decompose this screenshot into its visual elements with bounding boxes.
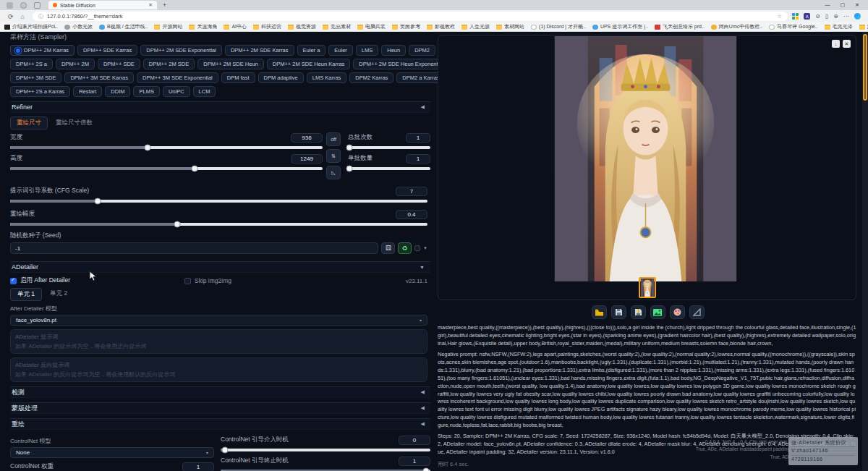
- url-text[interactable]: 127.0.0.1:7860/?__theme=dark: [47, 13, 777, 20]
- sampler-option[interactable]: DPM++ SDE Karras: [77, 45, 137, 56]
- send-to-img2img-button[interactable]: [650, 305, 665, 319]
- extra-seed-checkbox[interactable]: [414, 245, 420, 251]
- sampler-option[interactable]: PLMS: [133, 86, 159, 97]
- favorite-star-icon[interactable]: ☆: [777, 13, 782, 20]
- bookmark-item[interactable]: 马赛琴评 Google..: [769, 23, 817, 30]
- bookmark-item[interactable]: 游戏资源: [859, 23, 868, 30]
- bookmark-item[interactable]: 影视教程: [427, 23, 455, 30]
- sampler-option[interactable]: DPM++ 3M SDE Karras: [64, 72, 134, 83]
- sampler-option[interactable]: DPM2 Karras: [349, 72, 393, 83]
- sampler-option[interactable]: Heun: [381, 45, 406, 56]
- sampler-option[interactable]: Euler: [328, 45, 353, 56]
- batch-size-track[interactable]: [348, 167, 430, 170]
- controlnet-end-input[interactable]: 1: [399, 457, 430, 466]
- split-screen-icon[interactable]: ▯: [825, 13, 828, 20]
- width-slider-track[interactable]: [10, 146, 323, 149]
- save-zip-button[interactable]: [631, 305, 646, 319]
- cfg-value-input[interactable]: 7: [396, 187, 427, 196]
- vertical-tabs-icon[interactable]: [34, 2, 41, 9]
- controlnet-start-track[interactable]: [221, 449, 430, 451]
- sampler-option[interactable]: DPM adaptive: [258, 72, 304, 83]
- denoise-slider-track[interactable]: [10, 223, 427, 226]
- open-folder-button[interactable]: [592, 305, 607, 319]
- send-to-inpaint-button[interactable]: [670, 305, 685, 319]
- shield-icon[interactable]: ⊘: [815, 13, 820, 20]
- sampler-option[interactable]: DPM++ 2M Karras: [10, 45, 75, 56]
- tab-resize-to[interactable]: 重绘尺寸: [10, 116, 48, 130]
- minimize-button[interactable]: —: [825, 2, 830, 8]
- height-value-input[interactable]: 1249: [291, 154, 323, 164]
- bookmark-item[interactable]: 科技运营: [253, 23, 281, 30]
- width-value-input[interactable]: 936: [291, 133, 323, 143]
- seed-input[interactable]: -1: [10, 242, 378, 254]
- sampler-option[interactable]: DPM++ 3M SDE Exponential: [137, 72, 218, 83]
- sampler-option[interactable]: DPM++ 2M SDE Karras: [225, 45, 294, 56]
- adetailer-negative-textarea[interactable]: ADetailer 反向提示词 如果 ADetailer 的反向提示词为空，将会…: [10, 357, 427, 382]
- image-close-button[interactable]: ✕: [843, 40, 851, 48]
- sampler-option[interactable]: DPM++ 2M SDE Heun: [197, 59, 263, 69]
- copilot-icon[interactable]: [854, 13, 861, 20]
- bookmark-item[interactable]: 页面参考: [392, 23, 420, 30]
- bookmark-item[interactable]: 素材网站: [496, 23, 524, 30]
- close-button[interactable]: ✕: [855, 2, 859, 8]
- bookmark-item[interactable]: 毛兆光泽: [825, 23, 853, 30]
- gallery-thumbnail[interactable]: [639, 277, 656, 298]
- inpaint-accordion[interactable]: 重绘 ◀: [10, 418, 430, 430]
- adetailer-model-dropdown[interactable]: face_yolov8n.pt ▾: [10, 315, 427, 326]
- bookmark-item[interactable]: 视觉资源: [288, 23, 316, 30]
- adetailer-prompt-textarea[interactable]: ADetailer 提示词 如果 ADetailer 的提示词为空，将会使用正向…: [10, 329, 427, 354]
- adetailer-accordion[interactable]: ADetailer ▼: [10, 261, 430, 273]
- bookmark-item[interactable]: (1) Discord | 才开概..: [531, 23, 586, 30]
- sampler-option[interactable]: LMS: [356, 45, 378, 56]
- bookmark-item[interactable]: 小数光效: [64, 23, 93, 30]
- sampler-option[interactable]: LCM: [193, 86, 216, 97]
- scale-off-button[interactable]: off: [326, 132, 341, 146]
- generated-image[interactable]: [554, 36, 737, 284]
- bookmark-item[interactable]: 飞天创意绘乐 prd..: [655, 23, 705, 30]
- sampler-option[interactable]: DPM++ SDE: [98, 59, 140, 69]
- maximize-button[interactable]: ▢: [841, 2, 846, 8]
- sampler-option[interactable]: Restart: [73, 86, 102, 97]
- extension-navy-icon[interactable]: A: [804, 13, 810, 20]
- detection-accordion[interactable]: 检测 ◀: [10, 386, 430, 398]
- browser-menu-icon[interactable]: ⋯: [843, 13, 849, 20]
- extension-grid-icon[interactable]: [792, 13, 799, 20]
- sampler-option[interactable]: DPM++ 2S a: [10, 59, 53, 69]
- sampler-option[interactable]: DPM fast: [221, 72, 255, 83]
- address-bar[interactable]: ⓘ 127.0.0.1:7860/?__theme=dark ☆: [33, 12, 788, 21]
- batch-count-track[interactable]: [348, 146, 430, 149]
- tab-unit-1[interactable]: 单元 1: [10, 288, 42, 301]
- triangle-ruler-icon[interactable]: ◺: [326, 166, 341, 179]
- bookmark-item[interactable]: 开源网站: [154, 23, 182, 30]
- swap-dimensions-icon[interactable]: ⇅: [326, 149, 341, 163]
- tab-resize-by[interactable]: 重绘尺寸倍数: [49, 116, 99, 130]
- reload-icon[interactable]: ⟳: [8, 13, 14, 20]
- mask-accordion[interactable]: 蒙版处理 ◀: [10, 402, 430, 414]
- home-icon[interactable]: ⌂: [21, 13, 25, 20]
- sampler-option[interactable]: LMS Karras: [307, 72, 347, 83]
- refiner-accordion[interactable]: Refiner ◀: [10, 101, 430, 113]
- bookmark-item[interactable]: 天涯海角: [189, 23, 217, 30]
- tab-actions-icon[interactable]: [20, 2, 27, 9]
- tab-close-icon[interactable]: ✕: [148, 2, 153, 8]
- bookmark-item[interactable]: UPS 提示词工作室 |..: [592, 23, 648, 30]
- reuse-seed-recycle-icon[interactable]: ♻: [398, 242, 412, 254]
- enable-adetailer-checkbox[interactable]: [10, 278, 17, 284]
- page-scrollbar[interactable]: [862, 32, 868, 471]
- bookmark-item[interactable]: B视频 / 生活申线..: [99, 23, 148, 30]
- skip-img2img-checkbox[interactable]: [184, 278, 191, 284]
- bookmark-item[interactable]: 人生光源: [461, 23, 490, 30]
- batch-size-input[interactable]: 1: [406, 154, 430, 164]
- new-tab-button[interactable]: +: [163, 1, 166, 9]
- controlnet-start-input[interactable]: 0: [399, 436, 430, 445]
- height-slider-track[interactable]: [10, 167, 323, 170]
- image-gallery[interactable]: ↓ ✕: [438, 35, 856, 300]
- sampler-option[interactable]: DPM++ 2M SDE Exponential: [140, 45, 222, 56]
- workspace-icon[interactable]: [7, 2, 13, 9]
- bookmark-item[interactable]: 阿白Umc中传教程..: [711, 23, 762, 30]
- send-to-extras-button[interactable]: [689, 305, 705, 319]
- save-button[interactable]: [611, 305, 626, 319]
- browser-tab[interactable]: Stable Diffusion ✕: [48, 1, 157, 9]
- random-seed-dice-icon[interactable]: ⚄: [381, 242, 395, 254]
- sampler-option[interactable]: DPM++ 2M SDE: [143, 59, 195, 69]
